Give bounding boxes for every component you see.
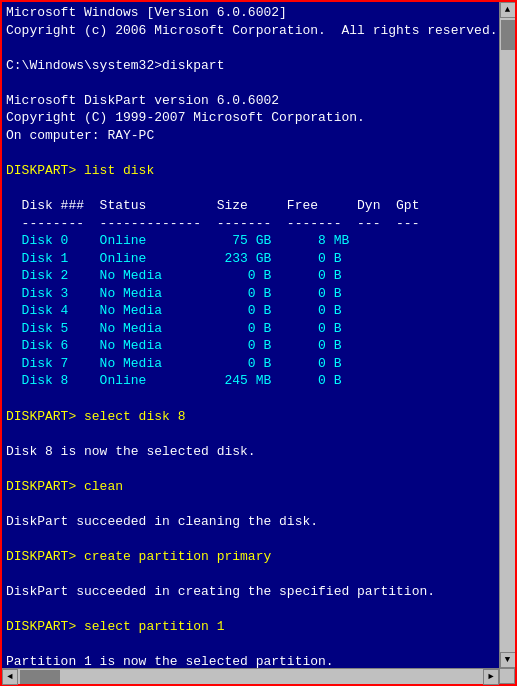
scrollbar-corner: [499, 668, 515, 684]
scroll-right-button[interactable]: ►: [483, 669, 499, 685]
vertical-scrollbar[interactable]: ▲ ▼: [499, 2, 515, 668]
horizontal-scrollbar[interactable]: ◄ ►: [2, 668, 499, 684]
scroll-h-thumb[interactable]: [20, 670, 60, 684]
terminal-output: Microsoft Windows [Version 6.0.6002] Cop…: [2, 2, 499, 668]
terminal-window: Microsoft Windows [Version 6.0.6002] Cop…: [0, 0, 517, 686]
scroll-thumb[interactable]: [501, 20, 515, 50]
scroll-up-button[interactable]: ▲: [500, 2, 516, 18]
scroll-down-button[interactable]: ▼: [500, 652, 516, 668]
scroll-left-button[interactable]: ◄: [2, 669, 18, 685]
